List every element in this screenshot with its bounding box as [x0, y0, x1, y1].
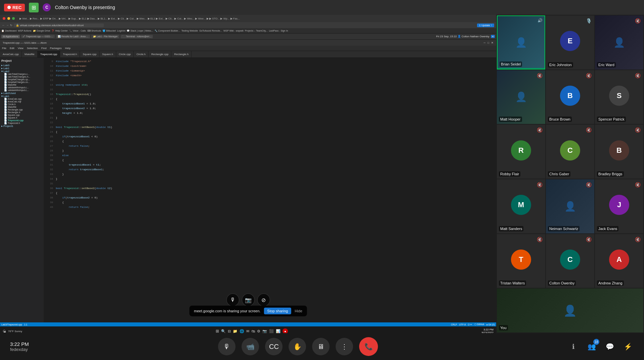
bookmark-slack[interactable]: 💬 Slack | cope | Webs...	[127, 30, 153, 32]
tree-file-1[interactable]: 📄 calcTotalCharges.c...	[4, 73, 42, 76]
tree-lab2-open[interactable]: ▾ Lab2	[1, 70, 42, 73]
tree-lab0[interactable]: ▸ Lab0	[1, 64, 42, 67]
more-options-button[interactable]: ⋮	[336, 338, 353, 355]
tab-square-cpp[interactable]: Square.cpp	[80, 51, 99, 57]
tree-circle-h[interactable]: 📄 Circle.h	[4, 103, 42, 106]
store-btn[interactable]: 🛍	[251, 329, 255, 333]
tile-self: 👤 You	[497, 288, 643, 332]
grid-view-button[interactable]: ⊞	[29, 3, 39, 12]
bookmark-testing[interactable]: Testing Website	[181, 30, 198, 32]
bookmark-help[interactable]: ❓ Help Center	[51, 30, 68, 32]
bookmark-goto[interactable]: GoToAssist Remote...	[199, 30, 222, 32]
tree-areacalc-nqf[interactable]: 📄 AreaCalc.nqf	[4, 100, 42, 103]
bookmark-shortcuts[interactable]: ⌨ Shortcuts	[87, 30, 101, 32]
camera-taskbar-btn[interactable]: 📷	[262, 329, 267, 333]
forward-btn[interactable]: →	[6, 24, 9, 27]
menu-help[interactable]: Help	[65, 47, 71, 50]
camera-button[interactable]: 📹	[242, 338, 259, 355]
microphone-button[interactable]: 🎙	[218, 338, 235, 355]
mute-screen-btn[interactable]: 🎙	[226, 294, 239, 306]
lab1-tab[interactable]: 📁 Lab1 - File Manager	[91, 35, 120, 38]
tab-rectangle-h[interactable]: Rectangle.h	[171, 51, 191, 57]
update-btn[interactable]: 1 Update ↑	[477, 24, 494, 27]
bookmark-bitbucket[interactable]: 🪣 Bitbucket	[102, 30, 116, 32]
end-call-button[interactable]: 📞	[359, 337, 378, 356]
task-view-btn[interactable]: ⊟	[228, 329, 231, 333]
tree-rectangle-h[interactable]: 📄 Rectangle.h	[4, 111, 42, 114]
tree-areacalc-cpp[interactable]: 📄 AreaCalc.cpp	[4, 98, 42, 100]
atom-max-btn[interactable]: □	[487, 41, 489, 44]
tab-makefile[interactable]: Makefile	[22, 51, 38, 57]
tree-file-3[interactable]: 📄 hospitalCharges.cp...	[4, 78, 42, 81]
menu-packages[interactable]: Packages	[50, 47, 61, 50]
mail-btn[interactable]: ✉	[246, 329, 249, 333]
camera-screen-btn[interactable]: 📷	[242, 294, 255, 306]
menu-view[interactable]: View	[18, 47, 24, 50]
app-btn[interactable]: 📊	[276, 329, 281, 333]
chrome-btn[interactable]: ●	[283, 328, 288, 333]
tree-project1[interactable]: ▸ Project1	[1, 125, 42, 128]
tree-makefile-lab1[interactable]: 📄 Makefile	[4, 106, 42, 108]
tab-square-h[interactable]: Square.h	[99, 51, 116, 57]
bookmark-lastpass[interactable]: LastPass - Sign In	[269, 30, 288, 32]
file-explorer-btn[interactable]: 📁	[233, 329, 238, 333]
bookmark-loginim[interactable]: Loginim	[117, 30, 126, 32]
tree-square-cpp[interactable]: 📄 Square.cpp	[4, 114, 42, 117]
captions-button[interactable]: CC	[265, 338, 283, 355]
trapezoid-tab[interactable]: 🖊 Trapezoid.cpp — /1021-...	[21, 35, 55, 38]
tree-file-4[interactable]: 📄 hospitalCharges.co...	[4, 81, 42, 84]
tab-areacalc[interactable]: AreaCalc.cpp	[0, 51, 22, 57]
rec-button[interactable]: REC	[4, 4, 25, 11]
bookmark-wsp-wiki[interactable]: WSP Wiki - wopwik	[223, 30, 244, 32]
tab-trapezoid-h[interactable]: Trapezoid.h	[60, 51, 80, 57]
atom-min-btn[interactable]: ─	[483, 41, 485, 44]
tree-lab2used[interactable]: ▸ Lab2Used	[1, 92, 42, 95]
tree-rectangle-cpp[interactable]: 📄 Rectangle.cpp	[4, 108, 42, 111]
bookmark-dashboard[interactable]: 📋 Dashboard	[1, 30, 16, 32]
search-btn[interactable]: 🔍	[221, 329, 226, 333]
menu-find[interactable]: Find	[41, 47, 47, 50]
hide-button[interactable]: Hide	[295, 309, 302, 313]
browser-btn[interactable]: 🌐	[240, 329, 244, 333]
url-bar[interactable]: 🔒 virtual.computing.clemson.edu/client/s…	[14, 24, 104, 27]
start-btn[interactable]: ⊞	[216, 329, 219, 333]
terminal-tab[interactable]: ⬛ Terminal - roltono@err...	[121, 35, 153, 38]
tree-trapezoid-cpp[interactable]: 📄 Trapezoid.cpp	[4, 119, 42, 122]
bookmark-projects[interactable]: Projects – TeamCity...	[245, 30, 267, 32]
present-button[interactable]: 🖥	[312, 338, 330, 355]
menu-file[interactable]: File	[2, 47, 6, 50]
tree-file-2[interactable]: 📄 calcTotalChanges.h...	[4, 76, 42, 78]
bookmark-voice[interactable]: 📞 Voice - Calls	[69, 30, 86, 32]
atom-close-btn[interactable]: ✕	[491, 41, 493, 44]
info-button[interactable]: ℹ	[567, 341, 579, 353]
refresh-btn[interactable]: ↻	[10, 24, 12, 27]
bookmark-wsp[interactable]: WSP Actions	[18, 30, 31, 32]
people-button[interactable]: 👥 18	[586, 341, 598, 353]
apps-tab[interactable]: ⊞ Applications	[1, 35, 20, 38]
terminal-taskbar-btn[interactable]: ⬛	[269, 329, 274, 333]
tab-rectangle-cpp[interactable]: Rectangle.cpp	[148, 51, 171, 57]
tree-square-h[interactable]: 📄 Square.h	[4, 117, 42, 119]
activities-button[interactable]: ⚡	[622, 341, 634, 353]
back-btn[interactable]: ←	[2, 24, 5, 27]
tab-circle-h[interactable]: Circle.h	[134, 51, 148, 57]
settings-btn[interactable]: ⚙	[257, 329, 260, 333]
tree-validateminlnput2[interactable]: 📄 validateMinInput.c...	[4, 89, 42, 92]
chat-button[interactable]: 💬	[604, 341, 616, 353]
stop-sharing-button[interactable]: Stop sharing	[264, 308, 291, 314]
tree-lab1-2[interactable]: ▾ Lab1	[1, 95, 42, 98]
menu-edit[interactable]: Edit	[10, 47, 14, 50]
results-tab[interactable]: 📊 Results for Lab3 - Area-...	[56, 35, 90, 38]
tree-makefile-lab2[interactable]: 📄 Makefile	[4, 84, 42, 86]
tree-validateminlnput[interactable]: 📄 validateMinInput.c...	[4, 86, 42, 89]
bookmark-google-drive[interactable]: 📁 Google Drive	[33, 30, 50, 32]
tab-circle-cpp[interactable]: Circle.cpp	[116, 51, 134, 57]
menu-selection[interactable]: Selection	[27, 47, 38, 50]
raise-hand-button[interactable]: ✋	[289, 338, 306, 355]
tree-trapezoid-h[interactable]: 📄 Trapezoid.h	[4, 122, 42, 125]
tree-lab1[interactable]: ▸ Lab1	[1, 67, 42, 70]
bookmark-component[interactable]: 🔧 Component Builder...	[155, 30, 180, 32]
tab-trapezoid-cpp[interactable]: Trapezoid.cpp	[38, 51, 60, 57]
code-editor[interactable]: 9#include "Trapezoid.h" 10#include <iost…	[44, 58, 496, 322]
stop-screen-btn[interactable]: ⊘	[257, 294, 270, 306]
